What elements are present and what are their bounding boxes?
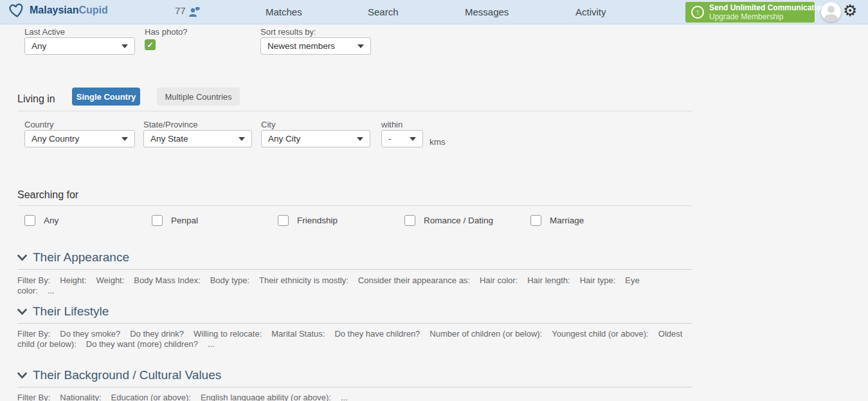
last-active-value: Any — [32, 41, 46, 51]
checkbox-label: Penpal — [171, 216, 198, 225]
divider — [17, 111, 692, 111]
searching-option-penpal[interactable]: Penpal — [152, 215, 198, 226]
caret-down-icon — [239, 137, 245, 141]
divider — [17, 323, 692, 324]
nav-item-messages[interactable]: Messages — [465, 6, 509, 17]
filter-item[interactable]: Youngest child (or above): — [552, 329, 649, 339]
filter-item[interactable]: Do they drink? — [130, 329, 184, 339]
filter-item[interactable]: Nationality: — [60, 393, 101, 401]
section-their-lifestyle[interactable]: Their Lifestyle — [17, 304, 109, 319]
background-filter-summary: Filter By:Nationality:Education (or abov… — [17, 393, 692, 401]
city-label: City — [261, 120, 275, 129]
search-filters-panel: Last Active Any Has photo? ✓ Sort result… — [17, 24, 692, 401]
searching-option-marriage[interactable]: Marriage — [530, 215, 584, 226]
filter-item[interactable]: Their ethnicity is mostly: — [259, 275, 348, 285]
checkbox-unchecked-icon[interactable] — [278, 215, 289, 226]
state-select[interactable]: Any State — [143, 130, 252, 147]
divider — [17, 205, 692, 206]
upgrade-title: Send Unlimited Communications — [709, 3, 830, 12]
city-select[interactable]: Any City — [261, 130, 370, 147]
city-value: Any City — [268, 134, 300, 144]
checkbox-unchecked-icon[interactable] — [404, 215, 415, 226]
filter-item[interactable]: Hair length: — [527, 275, 570, 285]
filter-by-label: Filter By: — [17, 275, 50, 285]
chevron-down-icon — [17, 372, 27, 379]
filter-item[interactable]: Do they have children? — [334, 329, 420, 339]
appearance-filter-summary: Filter By:Height:Weight:Body Mass Index:… — [17, 275, 692, 296]
filter-item[interactable]: Height: — [60, 275, 86, 285]
circle-up-arrow-icon: ↑ — [691, 6, 704, 19]
filter-item[interactable]: Marital Status: — [271, 329, 325, 339]
has-photo-label: Has photo? — [145, 27, 188, 37]
last-active-label: Last Active — [24, 27, 65, 37]
filter-item[interactable]: ... — [208, 339, 215, 349]
upgrade-subtitle: Upgrade Membership — [709, 12, 830, 21]
filter-item[interactable]: ... — [341, 393, 348, 401]
filter-item[interactable]: Education (or above): — [111, 393, 191, 401]
filter-item[interactable]: ... — [48, 286, 55, 295]
nav-item-activity[interactable]: Activity — [575, 6, 606, 17]
filter-item[interactable]: Number of children (or below): — [429, 329, 542, 339]
lifestyle-filter-summary: Filter By:Do they smoke?Do they drink?Wi… — [17, 329, 692, 350]
sort-results-label: Sort results by: — [260, 27, 316, 37]
checkbox-label: Friendship — [297, 216, 338, 225]
filter-item[interactable]: Body type: — [210, 275, 249, 285]
divider — [17, 387, 692, 387]
sort-results-select[interactable]: Newest members — [260, 37, 371, 55]
checkbox-unchecked-icon[interactable] — [24, 215, 35, 226]
has-photo-checkbox[interactable]: ✓ — [145, 39, 156, 50]
living-in-label: Living in — [17, 93, 55, 105]
within-select[interactable]: - — [381, 130, 423, 147]
country-select[interactable]: Any Country — [24, 130, 135, 147]
filter-item[interactable]: Willing to relocate: — [194, 329, 262, 339]
country-label: Country — [24, 120, 54, 129]
filter-by-label: Filter By: — [17, 393, 50, 401]
filter-item[interactable]: Hair color: — [480, 275, 518, 285]
checkbox-label: Marriage — [550, 216, 584, 225]
section-title: Their Appearance — [33, 250, 129, 265]
state-label: State/Province — [143, 120, 198, 129]
chevron-down-icon — [17, 254, 27, 261]
checkbox-label: Any — [44, 216, 59, 225]
searching-option-any[interactable]: Any — [24, 215, 59, 226]
filter-item[interactable]: Hair type: — [580, 275, 616, 285]
avatar-silhouette-icon — [827, 6, 835, 13]
brand-logo[interactable]: MalaysianCupid — [8, 2, 108, 19]
caret-down-icon — [357, 44, 364, 48]
filter-item[interactable]: Do they smoke? — [60, 329, 120, 339]
within-label: within — [381, 120, 402, 129]
searching-for-title: Searching for — [17, 189, 78, 201]
caret-down-icon — [122, 44, 128, 48]
heart-logo-icon — [8, 2, 25, 19]
searching-option-friendship[interactable]: Friendship — [278, 215, 338, 226]
online-members-counter[interactable]: 77 — [175, 5, 200, 17]
within-value: - — [388, 134, 392, 144]
brand-name: MalaysianCupid — [30, 5, 108, 16]
caret-down-icon — [357, 137, 363, 141]
filter-by-label: Filter By: — [17, 329, 50, 339]
top-nav-bar: MalaysianCupid 77 Matches Search Message… — [0, 0, 868, 24]
filter-item[interactable]: Do they want (more) children? — [86, 339, 198, 349]
section-title: Their Lifestyle — [33, 304, 109, 319]
checkbox-unchecked-icon[interactable] — [152, 215, 163, 226]
chevron-down-icon — [17, 308, 27, 315]
filter-item[interactable]: Weight: — [96, 275, 125, 285]
checkbox-unchecked-icon[interactable] — [530, 215, 541, 226]
settings-gear-icon[interactable]: ⚙ — [843, 1, 857, 20]
last-active-select[interactable]: Any — [24, 37, 135, 55]
section-their-background[interactable]: Their Background / Cultural Values — [17, 368, 221, 382]
profile-avatar[interactable] — [821, 2, 841, 22]
section-their-appearance[interactable]: Their Appearance — [17, 250, 129, 265]
sort-results-value: Newest members — [267, 41, 335, 51]
multiple-countries-button[interactable]: Multiple Countries — [157, 88, 240, 106]
nav-item-matches[interactable]: Matches — [266, 6, 302, 17]
upgrade-text: Send Unlimited Communications Upgrade Me… — [709, 3, 830, 21]
single-country-button[interactable]: Single Country — [72, 88, 140, 106]
nav-item-search[interactable]: Search — [368, 6, 399, 17]
upgrade-membership-button[interactable]: ↑ Send Unlimited Communications Upgrade … — [685, 2, 815, 23]
filter-item[interactable]: Consider their appearance as: — [358, 275, 470, 285]
filter-item[interactable]: English language ability (or above): — [201, 393, 331, 401]
kms-unit-label: kms — [429, 137, 446, 147]
filter-item[interactable]: Body Mass Index: — [134, 275, 200, 285]
searching-option-romance-dating[interactable]: Romance / Dating — [404, 215, 493, 226]
